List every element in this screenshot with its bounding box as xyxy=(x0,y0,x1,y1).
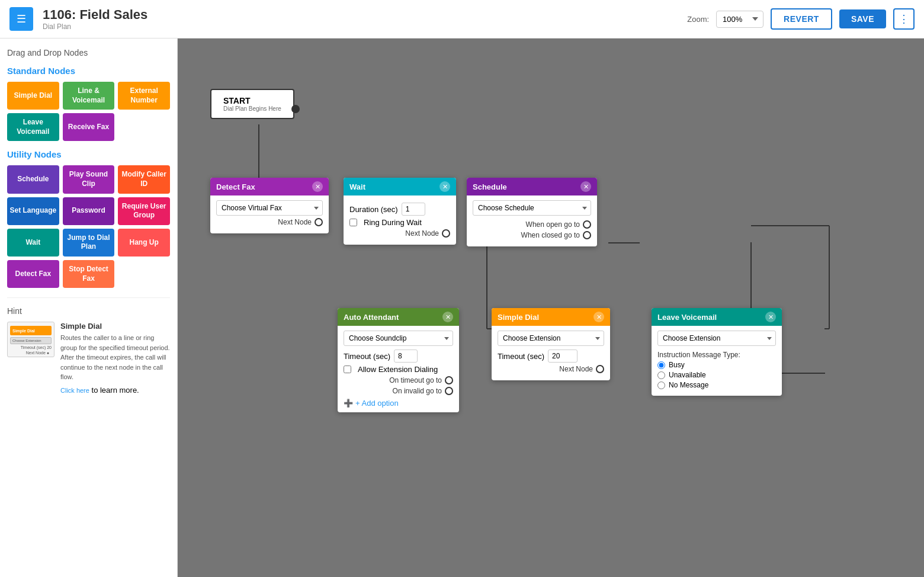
leave-voicemail-select[interactable]: Choose Extension xyxy=(657,331,776,346)
leave-voicemail-busy-label: Busy xyxy=(669,361,685,369)
leave-voicemail-title: Leave Voicemail xyxy=(657,313,717,322)
node-receive-fax[interactable]: Receive Fax xyxy=(63,113,115,141)
wait-duration-input[interactable] xyxy=(402,203,425,216)
page-title: 1106: Field Sales xyxy=(43,7,687,23)
schedule-close[interactable]: ✕ xyxy=(580,181,591,192)
add-option-icon: ➕ xyxy=(344,399,353,408)
simple-dial-body: Choose Extension Timeout (sec) Next Node xyxy=(492,326,610,380)
leave-voicemail-unavailable-label: Unavailable xyxy=(669,371,706,379)
node-set-language[interactable]: Set Language xyxy=(7,197,59,225)
wait-duration-row: Duration (sec) xyxy=(349,203,450,216)
leave-voicemail-close[interactable]: ✕ xyxy=(765,312,776,322)
auto-attendant-timeout-connector[interactable] xyxy=(445,376,453,384)
add-option-button[interactable]: ➕ + Add option xyxy=(344,399,399,408)
wait-close[interactable]: ✕ xyxy=(439,181,450,192)
zoom-label: Zoom: xyxy=(687,15,709,24)
auto-attendant-header: Auto Attendant ✕ xyxy=(338,308,459,326)
auto-attendant-timeout-go: On timeout go to xyxy=(344,376,453,384)
node-password[interactable]: Password xyxy=(63,197,115,225)
simple-dial-timeout-input[interactable] xyxy=(548,350,578,363)
auto-attendant-extension-label: Allow Extension Dialing xyxy=(358,365,438,374)
node-jump-dial-plan[interactable]: Jump to Dial Plan xyxy=(63,229,115,257)
page-subtitle: Dial Plan xyxy=(43,23,687,31)
wait-title: Wait xyxy=(349,182,365,191)
leave-voicemail-unavailable-radio[interactable] xyxy=(657,371,665,379)
schedule-select[interactable]: Choose Schedule xyxy=(473,200,591,216)
node-leave-voicemail[interactable]: Leave Voicemail xyxy=(7,113,59,141)
simple-dial-close[interactable]: ✕ xyxy=(593,312,604,322)
auto-attendant-timeout-input[interactable] xyxy=(394,350,418,363)
wait-next-connector[interactable] xyxy=(442,229,450,238)
node-schedule[interactable]: Schedule xyxy=(7,165,59,193)
detect-fax-next-node: Next Node xyxy=(216,218,323,226)
leave-voicemail-busy-radio[interactable] xyxy=(657,361,665,369)
schedule-closed-label: When closed go to xyxy=(521,231,580,239)
auto-attendant-select[interactable]: Choose Soundclip xyxy=(344,331,453,346)
hint-description: Routes the caller to a line or ring grou… xyxy=(60,333,170,382)
auto-attendant-body: Choose Soundclip Timeout (sec) Allow Ext… xyxy=(338,326,459,412)
schedule-header: Schedule ✕ xyxy=(467,178,597,195)
hint-thumbnail: Simple Dial Choose Extension Timeout (se… xyxy=(7,322,54,357)
start-node: START Dial Plan Begins Here xyxy=(210,89,294,119)
node-hang-up[interactable]: Hang Up xyxy=(118,229,170,257)
zoom-select[interactable]: 100% 50% 75% 125% 150% xyxy=(716,11,763,28)
auto-attendant-invalid-go-label: On invalid go to xyxy=(393,387,442,395)
schedule-node: Schedule ✕ Choose Schedule When open go … xyxy=(467,178,597,246)
sidebar: Drag and Drop Nodes Standard Nodes Simpl… xyxy=(0,39,178,577)
node-play-sound-clip[interactable]: Play Sound Clip xyxy=(63,165,115,193)
wait-next-label: Next Node xyxy=(405,229,439,238)
hint-section: Hint Simple Dial Choose Extension Timeou… xyxy=(7,297,170,395)
menu-icon: ☰ xyxy=(17,12,26,25)
auto-attendant-title: Auto Attendant xyxy=(344,313,399,322)
auto-attendant-invalid-connector[interactable] xyxy=(445,387,453,395)
auto-attendant-node: Auto Attendant ✕ Choose Soundclip Timeou… xyxy=(338,308,459,412)
detect-fax-node: Detect Fax ✕ Choose Virtual Fax Next Nod… xyxy=(210,178,329,233)
detect-fax-title: Detect Fax xyxy=(216,182,255,191)
schedule-closed-connector[interactable] xyxy=(583,231,591,239)
detect-fax-select[interactable]: Choose Virtual Fax xyxy=(216,200,323,216)
main-layout: Drag and Drop Nodes Standard Nodes Simpl… xyxy=(0,39,924,577)
node-stop-detect-fax[interactable]: Stop Detect Fax xyxy=(63,260,115,288)
auto-attendant-timeout-go-label: On timeout go to xyxy=(389,376,442,384)
wait-ring-checkbox[interactable] xyxy=(349,219,357,226)
detect-fax-next-connector[interactable] xyxy=(315,218,323,226)
schedule-closed-row: When closed go to xyxy=(473,231,591,239)
schedule-open-row: When open go to xyxy=(473,220,591,229)
canvas[interactable]: START Dial Plan Begins Here Detect Fax ✕… xyxy=(178,39,924,577)
node-simple-dial[interactable]: Simple Dial xyxy=(7,82,59,110)
leave-voicemail-nomsg-row: No Message xyxy=(657,381,776,389)
simple-dial-timeout-row: Timeout (sec) xyxy=(498,350,604,363)
schedule-open-label: When open go to xyxy=(526,220,580,229)
header-controls: Zoom: 100% 50% 75% 125% 150% REVERT SAVE… xyxy=(687,8,915,30)
hint-link[interactable]: Click here xyxy=(60,387,89,394)
schedule-open-connector[interactable] xyxy=(583,220,591,229)
leave-voicemail-nomsg-radio[interactable] xyxy=(657,382,665,389)
revert-button[interactable]: REVERT xyxy=(771,8,832,30)
node-modify-caller-id[interactable]: Modify Caller ID xyxy=(118,165,170,193)
more-button[interactable]: ⋮ xyxy=(893,8,915,30)
node-require-user-group[interactable]: Require User Group xyxy=(118,197,170,225)
node-wait[interactable]: Wait xyxy=(7,229,59,257)
simple-dial-select[interactable]: Choose Extension xyxy=(498,331,604,346)
menu-button[interactable]: ☰ xyxy=(9,7,33,31)
auto-attendant-timeout-row: Timeout (sec) xyxy=(344,350,453,363)
auto-attendant-close[interactable]: ✕ xyxy=(442,312,453,322)
node-external-number[interactable]: External Number xyxy=(118,82,170,110)
simple-dial-next-connector[interactable] xyxy=(596,365,604,373)
auto-attendant-extension-checkbox[interactable] xyxy=(344,366,351,373)
wait-duration-label: Duration (sec) xyxy=(349,205,398,214)
auto-attendant-extension-row: Allow Extension Dialing xyxy=(344,365,453,374)
simple-dial-node: Simple Dial ✕ Choose Extension Timeout (… xyxy=(492,308,610,380)
save-button[interactable]: SAVE xyxy=(839,9,886,28)
auto-attendant-timeout-label: Timeout (sec) xyxy=(344,352,390,361)
leave-voicemail-node: Leave Voicemail ✕ Choose Extension Instr… xyxy=(652,308,782,396)
utility-nodes-grid: Schedule Play Sound Clip Modify Caller I… xyxy=(7,165,170,288)
schedule-title: Schedule xyxy=(473,182,507,191)
node-line-voicemail[interactable]: Line & Voicemail xyxy=(63,82,115,110)
simple-dial-header: Simple Dial ✕ xyxy=(492,308,610,326)
detect-fax-header: Detect Fax ✕ xyxy=(210,178,329,195)
detect-fax-body: Choose Virtual Fax Next Node xyxy=(210,195,329,233)
start-label: START xyxy=(223,96,281,105)
node-detect-fax[interactable]: Detect Fax xyxy=(7,260,59,288)
detect-fax-close[interactable]: ✕ xyxy=(312,181,323,192)
